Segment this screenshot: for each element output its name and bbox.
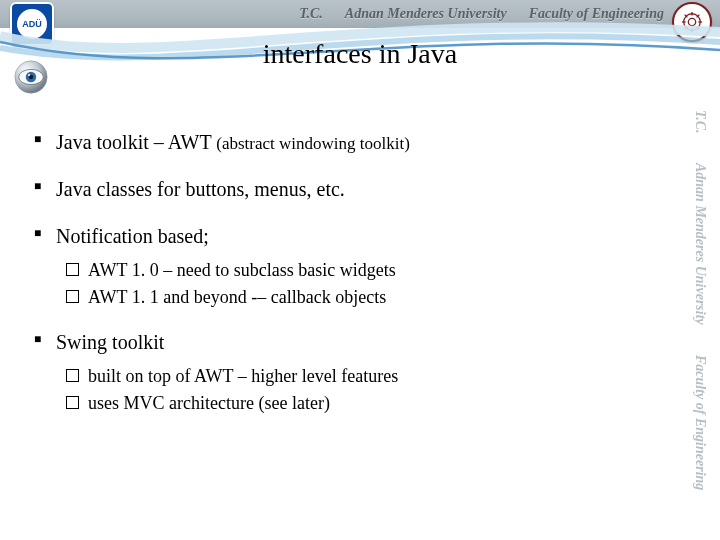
sub-awt11: AWT 1. 1 and beyond -– callback objects xyxy=(66,286,660,309)
svg-point-14 xyxy=(28,74,30,76)
header-faculty: Faculty of Engineering xyxy=(529,6,664,22)
slide-body: Java toolkit – AWT (abstract windowing t… xyxy=(30,130,660,436)
bullet-notification: Notification based; AWT 1. 0 – need to s… xyxy=(30,224,660,308)
sub-swing-built: built on top of AWT – higher level featu… xyxy=(66,365,660,388)
bullet-awt-text: Java toolkit – AWT xyxy=(56,131,216,153)
faculty-seal xyxy=(672,2,712,42)
header-bar: T.C. Adnan Menderes University Faculty o… xyxy=(0,0,720,28)
bullet-awt-paren: (abstract windowing toolkit) xyxy=(216,134,410,153)
watermark-faculty: Faculty of Engineering xyxy=(692,355,708,490)
bullet-notification-text: Notification based; xyxy=(56,225,209,247)
sub-swing-mvc: uses MVC architecture (see later) xyxy=(66,392,660,415)
bullet-swing-text: Swing toolkit xyxy=(56,331,164,353)
svg-point-1 xyxy=(688,18,695,25)
watermark-university: Adnan Menderes University xyxy=(692,163,708,325)
watermark-tc: T.C. xyxy=(692,110,708,134)
bullet-swing: Swing toolkit built on top of AWT – high… xyxy=(30,330,660,414)
side-watermark: T.C. Adnan Menderes University Faculty o… xyxy=(680,60,720,540)
university-logo-text: ADÜ xyxy=(17,9,47,39)
sub-awt10: AWT 1. 0 – need to subclass basic widget… xyxy=(66,259,660,282)
header-university: Adnan Menderes University xyxy=(345,6,507,22)
header-tc: T.C. xyxy=(299,6,323,22)
gear-icon xyxy=(681,11,703,33)
bullet-classes: Java classes for buttons, menus, etc. xyxy=(30,177,660,202)
slide-title: interfaces in Java xyxy=(0,38,720,70)
bullet-awt: Java toolkit – AWT (abstract windowing t… xyxy=(30,130,660,155)
